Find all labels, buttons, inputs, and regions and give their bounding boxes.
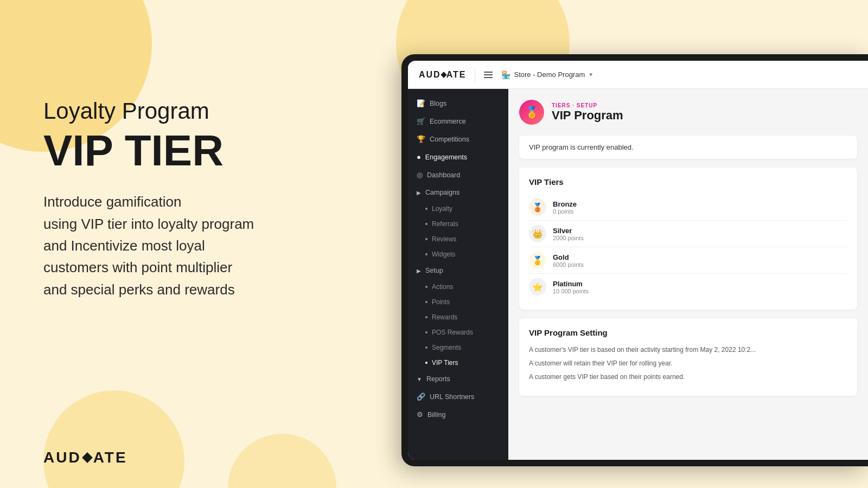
store-label: Store - Demo Program (514, 70, 585, 79)
app-body: 📝 Blogs 🛒 Ecommerce 🏆 Competitions ● Eng… (408, 89, 868, 460)
sidebar-sub-rewards[interactable]: Rewards (408, 310, 508, 325)
platinum-icon: ⭐ (529, 278, 546, 296)
sidebar-billing-label: Billing (427, 411, 445, 419)
setting-line-3: A customer gets VIP tier based on their … (529, 372, 847, 382)
logo-text-aud: AUD (43, 449, 81, 466)
page-title: VIP Program (552, 108, 623, 123)
tier-row-platinum: ⭐ Platinum 10 000 points (529, 274, 847, 300)
left-content: Loyalty Program VIP TIER Introduce gamif… (43, 98, 412, 300)
sidebar-item-dashboard[interactable]: ◎ Dashboard (408, 166, 508, 184)
tier-name-platinum: Platinum (553, 280, 589, 288)
sidebar-section-reports[interactable]: ▼ Reports (408, 370, 508, 388)
sidebar-pos-rewards-label: POS Rewards (432, 329, 473, 336)
sidebar-item-competitions-label: Competitions (430, 136, 469, 143)
sidebar-loyalty-label: Loyalty (432, 205, 452, 213)
menu-icon[interactable] (484, 72, 493, 78)
sidebar-sub-pos-rewards[interactable]: POS Rewards (408, 325, 508, 340)
description: Introduce gamification using VIP tier in… (43, 191, 412, 300)
app-logo: AUDATE (419, 70, 466, 80)
logo-text-ate: ATE (93, 449, 127, 466)
sidebar-item-engagements-label: Engagements (425, 153, 467, 161)
sidebar-widgets-label: Widgets (432, 251, 455, 258)
dot-icon (425, 316, 427, 318)
chevron-right-icon-setup: ▶ (417, 268, 421, 274)
bottom-logo: AUD ATE (43, 449, 127, 466)
chevron-down-icon: ▼ (588, 72, 593, 78)
sidebar-item-competitions[interactable]: 🏆 Competitions (408, 130, 508, 148)
sidebar-item-engagements[interactable]: ● Engagements (408, 148, 508, 166)
page-header: 🏅 TIERS · SETUP VIP Program (519, 100, 857, 125)
sidebar: 📝 Blogs 🛒 Ecommerce 🏆 Competitions ● Eng… (408, 89, 508, 460)
sidebar-sub-referrals[interactable]: Referrals (408, 216, 508, 232)
sidebar-sub-segments[interactable]: Segments (408, 340, 508, 355)
sidebar-segments-label: Segments (432, 344, 461, 351)
tier-points-silver: 2000 points (553, 235, 584, 241)
status-banner: VIP program is currently enabled. (519, 136, 857, 159)
dot-icon (425, 238, 427, 240)
sidebar-rewards-label: Rewards (432, 313, 457, 321)
sidebar-section-campaigns[interactable]: ▶ Campaigns (408, 184, 508, 201)
app-header: AUDATE 🏪 Store - Demo Program ▼ (408, 61, 868, 89)
sidebar-actions-label: Actions (432, 283, 453, 291)
sidebar-item-url-shortners[interactable]: 🔗 URL Shortners (408, 388, 508, 406)
sidebar-sub-reviews[interactable]: Reviews (408, 232, 508, 247)
vip-settings-title: VIP Program Setting (529, 328, 847, 337)
dot-icon (425, 331, 427, 333)
tier-info-platinum: Platinum 10 000 points (553, 280, 589, 294)
setting-line-2: A customer will retain their VIP tier fo… (529, 358, 847, 369)
sidebar-sub-loyalty[interactable]: Loyalty (408, 201, 508, 216)
tier-points-platinum: 10 000 points (553, 288, 589, 294)
sidebar-item-blogs[interactable]: 📝 Blogs (408, 94, 508, 112)
page-subtitle: TIERS · SETUP (552, 102, 623, 108)
bg-circle-bottom-left (43, 390, 184, 488)
sidebar-campaigns-label: Campaigns (425, 189, 459, 196)
dot-icon (425, 346, 427, 349)
dot-icon (425, 223, 427, 225)
main-content: 🏅 TIERS · SETUP VIP Program VIP program … (508, 89, 868, 460)
menu-line-2 (484, 74, 493, 75)
sidebar-item-blogs-label: Blogs (430, 100, 446, 107)
sidebar-sub-vip-tiers[interactable]: VIP Tiers (408, 355, 508, 370)
sidebar-section-setup[interactable]: ▶ Setup (408, 262, 508, 279)
tier-name-gold: Gold (553, 253, 584, 261)
device-frame: AUDATE 🏪 Store - Demo Program ▼ (401, 54, 868, 466)
tier-row-bronze: 🥉 Bronze 0 points (529, 194, 847, 221)
sidebar-reviews-label: Reviews (432, 235, 456, 243)
billing-icon: ⚙ (417, 410, 423, 419)
sidebar-sub-actions[interactable]: Actions (408, 279, 508, 294)
sidebar-setup-label: Setup (425, 267, 443, 274)
competitions-icon: 🏆 (417, 135, 425, 143)
tier-row-silver: 👑 Silver 2000 points (529, 221, 847, 247)
bg-circle-bottom-center (228, 434, 336, 488)
vip-tiers-title: VIP Tiers (529, 177, 847, 187)
blogs-icon: 📝 (417, 99, 425, 107)
page-title-area: TIERS · SETUP VIP Program (552, 102, 623, 123)
sidebar-vip-tiers-label: VIP Tiers (432, 359, 458, 367)
menu-line-3 (484, 77, 493, 78)
link-icon: 🔗 (417, 393, 425, 401)
device-screen: AUDATE 🏪 Store - Demo Program ▼ (408, 61, 868, 460)
chevron-down-icon-reports: ▼ (417, 376, 422, 382)
tier-info-bronze: Bronze 0 points (553, 200, 577, 215)
loyalty-label: Loyalty Program (43, 98, 412, 125)
tier-name-silver: Silver (553, 227, 584, 235)
sidebar-url-shortners-label: URL Shortners (430, 393, 474, 401)
sidebar-item-billing[interactable]: ⚙ Billing (408, 406, 508, 423)
logo-diamond-icon (82, 452, 93, 463)
setting-line-1: A customer's VIP tier is based on their … (529, 345, 847, 355)
dot-icon-active (425, 362, 427, 364)
vip-settings-card: VIP Program Setting A customer's VIP tie… (519, 318, 857, 396)
setting-text: A customer's VIP tier is based on their … (529, 345, 847, 383)
sidebar-sub-widgets[interactable]: Widgets (408, 247, 508, 262)
store-selector[interactable]: 🏪 Store - Demo Program ▼ (501, 70, 593, 79)
bronze-icon: 🥉 (529, 198, 546, 216)
sidebar-sub-points[interactable]: Points (408, 294, 508, 310)
dot-icon (425, 301, 427, 303)
device-container: AUDATE 🏪 Store - Demo Program ▼ (401, 54, 868, 466)
dashboard-icon: ◎ (417, 171, 423, 179)
dot-icon (425, 208, 427, 210)
tier-info-silver: Silver 2000 points (553, 227, 584, 241)
tier-points-bronze: 0 points (553, 208, 577, 215)
sidebar-referrals-label: Referrals (432, 220, 458, 228)
sidebar-item-ecommerce[interactable]: 🛒 Ecommerce (408, 112, 508, 130)
